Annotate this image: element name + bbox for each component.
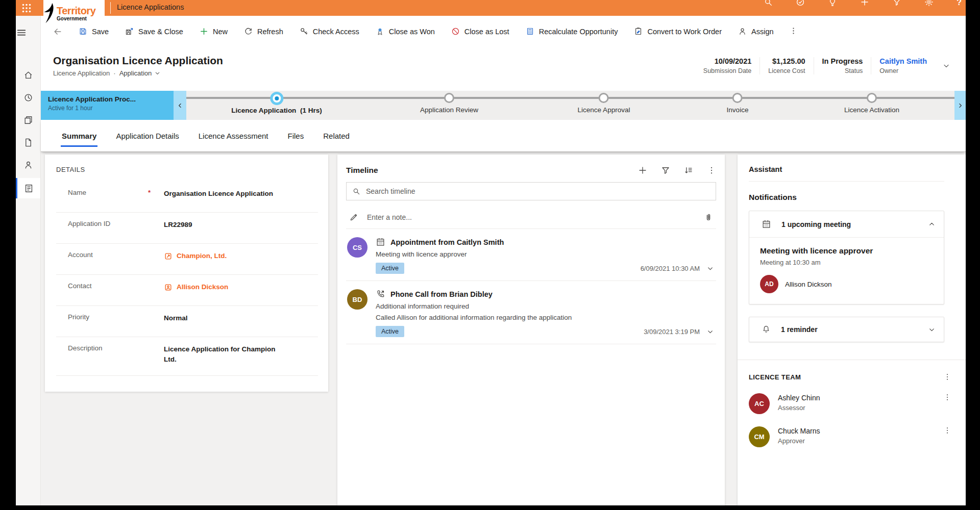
filter-icon[interactable]: [661, 166, 670, 175]
refresh-label: Refresh: [257, 28, 283, 36]
quick-actions-check-icon[interactable]: [796, 0, 805, 7]
account-lookup-link[interactable]: Champion, Ltd.: [164, 251, 318, 261]
back-button[interactable]: [45, 27, 70, 37]
search-timeline-input[interactable]: [365, 187, 710, 196]
new-plus-icon: [200, 27, 208, 36]
stat-licence-cost: $1,125.00 Licence Cost: [760, 57, 814, 74]
tab-files[interactable]: Files: [287, 130, 305, 142]
field-label: Account: [68, 251, 148, 259]
team-member-row[interactable]: AC Ashley Chinn Assessor: [749, 393, 951, 414]
timeline-section: Timeline: [337, 155, 725, 505]
form-selector[interactable]: Application: [119, 69, 161, 77]
entry-title[interactable]: Appointment from Caitlyn Smith: [390, 238, 504, 246]
close-as-lost-button[interactable]: Close as Lost: [443, 16, 518, 47]
more-options-icon[interactable]: [707, 166, 716, 175]
meeting-subtitle: Meeting at 10:30 am: [760, 259, 936, 266]
bpf-stage-licence-activation[interactable]: Licence Activation: [844, 92, 899, 114]
settings-gear-icon[interactable]: [924, 0, 934, 7]
timeline-title: Timeline: [346, 166, 378, 175]
topbar-icon-group: ?: [764, 0, 962, 7]
bpf-next-stage-button[interactable]: [954, 91, 966, 120]
bpf-collapse-button[interactable]: [174, 91, 186, 120]
team-more-icon[interactable]: [943, 373, 951, 381]
sidebar-item-home[interactable]: [16, 64, 40, 86]
field-application-id[interactable]: Application ID LR22989: [56, 213, 318, 244]
bpf-active-stage-box[interactable]: Licence Application Proc... Active for 1…: [41, 91, 174, 120]
add-record-plus-icon[interactable]: [638, 166, 647, 175]
header-collapse-chevron-icon[interactable]: [942, 62, 950, 70]
field-label: Description: [68, 344, 148, 352]
sort-icon[interactable]: [684, 166, 693, 175]
chevron-left-icon: [177, 102, 184, 109]
member-more-icon[interactable]: [943, 393, 951, 401]
field-contact[interactable]: Contact Allison Dickson: [56, 275, 318, 306]
quick-create-plus-icon[interactable]: [860, 0, 869, 7]
avatar: CM: [749, 426, 770, 447]
assign-label: Assign: [751, 28, 774, 36]
assign-button[interactable]: Assign: [730, 16, 782, 47]
sidebar-item-recent[interactable]: [16, 86, 40, 109]
tab-related[interactable]: Related: [322, 130, 351, 142]
sidebar-item-applications[interactable]: [16, 131, 40, 154]
expand-chevron-icon[interactable]: [706, 265, 714, 272]
bpf-stage-application-review[interactable]: Application Review: [420, 92, 478, 114]
entry-title[interactable]: Phone Call from Brian Dibley: [390, 290, 493, 298]
chevron-up-icon[interactable]: [928, 220, 936, 228]
sidebar-item-licence-applications[interactable]: [16, 178, 40, 198]
search-icon[interactable]: [764, 0, 773, 7]
meeting-card-header[interactable]: 1 upcoming meeting: [749, 211, 944, 238]
team-member-row[interactable]: CM Chuck Marns Approver: [749, 426, 951, 447]
bpf-stage-marker: [732, 93, 743, 103]
enter-note-input[interactable]: [366, 213, 696, 222]
tab-summary[interactable]: Summary: [61, 130, 97, 142]
copy-pages-icon: [23, 115, 33, 125]
help-icon[interactable]: ?: [957, 0, 962, 7]
field-account[interactable]: Account Champion, Ltd.: [56, 244, 318, 275]
save-and-close-button[interactable]: Save & Close: [117, 16, 191, 47]
field-priority[interactable]: Priority Normal: [56, 306, 318, 337]
chevron-down-icon[interactable]: [928, 326, 936, 334]
filter-funnel-icon[interactable]: [892, 0, 901, 7]
new-label: New: [213, 28, 228, 36]
sidebar-item-contacts[interactable]: [16, 154, 40, 176]
more-commands-button[interactable]: [782, 27, 805, 37]
main-column: Save Save & Close New Refresh: [41, 16, 966, 505]
expand-chevron-icon[interactable]: [706, 328, 714, 336]
close-as-won-button[interactable]: Close as Won: [368, 16, 443, 47]
entry-subject: Meeting with licence approver: [376, 250, 714, 258]
convert-to-work-order-button[interactable]: Convert to Work Order: [626, 16, 730, 47]
bpf-stage-invoice[interactable]: Invoice: [727, 92, 749, 114]
new-button[interactable]: New: [191, 16, 236, 47]
member-name: Ashley Chinn: [778, 394, 935, 402]
tab-application-details[interactable]: Application Details: [115, 130, 180, 142]
refresh-button[interactable]: Refresh: [236, 16, 291, 47]
menu-hamburger-icon[interactable]: [16, 27, 27, 38]
chevron-right-icon: [957, 102, 964, 109]
lightbulb-icon[interactable]: [828, 0, 837, 7]
field-name[interactable]: Name * Organisation Licence Application: [56, 182, 318, 213]
bpf-stage-licence-application[interactable]: Licence Application (1 Hrs): [231, 92, 322, 114]
recalculate-opportunity-button[interactable]: Recalculate Opportunity: [518, 16, 626, 47]
field-description[interactable]: Description Licence Application for Cham…: [56, 337, 318, 376]
calendar-icon: [762, 219, 771, 229]
stage-label: Licence Approval: [578, 106, 630, 114]
owner-link[interactable]: Caitlyn Smith: [879, 57, 927, 65]
check-access-button[interactable]: Check Access: [291, 16, 368, 47]
back-arrow-icon: [53, 27, 63, 37]
contact-lookup-link[interactable]: Allison Dickson: [164, 282, 318, 292]
close-as-lost-label: Close as Lost: [464, 28, 509, 36]
bpf-stage-licence-approval[interactable]: Licence Approval: [578, 92, 630, 114]
member-more-icon[interactable]: [943, 426, 951, 435]
recalculate-label: Recalculate Opportunity: [539, 28, 618, 36]
reminder-card[interactable]: 1 reminder: [749, 317, 944, 342]
sidebar-item-pinned[interactable]: [16, 109, 40, 131]
paperclip-icon[interactable]: [704, 213, 713, 222]
record-subtitle: Licence Application · Application: [53, 69, 223, 77]
meeting-person[interactable]: AD Allison Dickson: [760, 275, 936, 293]
document-icon: [23, 138, 33, 147]
header-stats: 10/09/2021 Submission Date $1,125.00 Lic…: [695, 57, 950, 74]
timeline-entry-appointment: CS Appointment from Caitlyn Smith Meetin…: [346, 229, 716, 281]
tab-licence-assessment[interactable]: Licence Assessment: [198, 130, 270, 142]
app-launcher-waffle-icon[interactable]: [20, 2, 33, 14]
save-label: Save: [92, 28, 109, 36]
